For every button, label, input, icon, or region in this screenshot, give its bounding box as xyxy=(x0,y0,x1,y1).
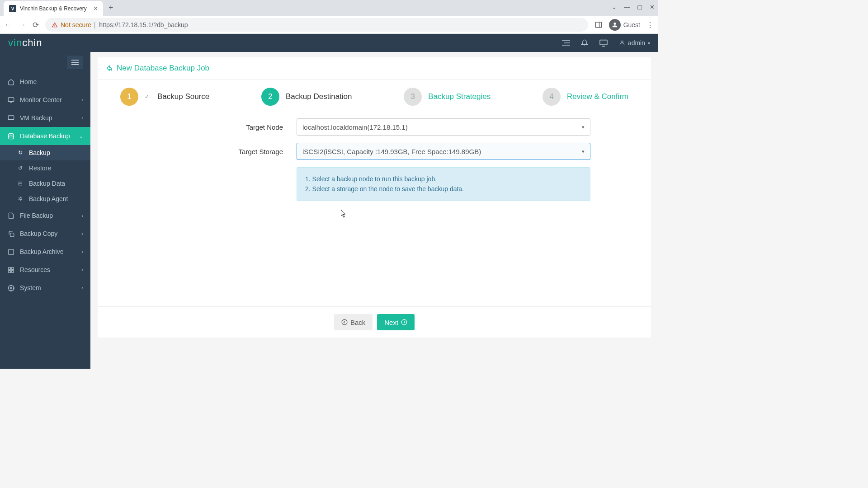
sidebar-sub-backup-agent[interactable]: ✲ Backup Agent xyxy=(0,191,90,206)
target-node-label: Target Node xyxy=(206,123,297,131)
step-2[interactable]: 2 Backup Destination xyxy=(261,88,352,106)
file-icon xyxy=(7,212,14,219)
sidebar: Home Monitor Center ‹ VM Backup ‹ Databa… xyxy=(0,52,90,369)
form-area: Target Node localhost.localdomain(172.18… xyxy=(98,118,618,201)
monitor-icon[interactable] xyxy=(599,39,608,47)
sidebar-item-home[interactable]: Home xyxy=(0,73,90,91)
target-storage-row: Target Storage iSCSI2(iSCSI, Capacity :1… xyxy=(206,143,590,160)
chevron-left-icon: ‹ xyxy=(81,267,83,272)
target-storage-select[interactable]: iSCSI2(iSCSI, Capacity :149.93GB, Free S… xyxy=(297,143,590,160)
user-menu[interactable]: admin ▾ xyxy=(619,39,650,47)
svg-rect-8 xyxy=(71,60,79,61)
step-4-label: Review & Confirm xyxy=(567,92,628,101)
svg-point-22 xyxy=(342,319,347,325)
chevron-down-icon: ▾ xyxy=(648,41,650,46)
chevron-left-icon: ‹ xyxy=(81,231,83,236)
home-icon xyxy=(7,79,14,85)
maximize-icon[interactable]: ▢ xyxy=(637,4,642,10)
browser-chrome: V Vinchin Backup & Recovery × + ⌄ — ▢ ✕ … xyxy=(0,0,658,34)
step-4[interactable]: 4 Review & Confirm xyxy=(542,88,628,106)
sidebar-item-database-backup[interactable]: Database Backup ⌄ xyxy=(0,127,90,145)
arrow-left-circle-icon xyxy=(341,319,348,325)
content: New Database Backup Job 1 ✓ Backup Sourc… xyxy=(90,52,658,369)
svg-point-7 xyxy=(621,41,623,43)
monitor-icon xyxy=(7,97,14,103)
bell-icon[interactable] xyxy=(581,39,588,47)
back-button[interactable]: Back xyxy=(334,314,373,330)
svg-point-14 xyxy=(8,133,13,135)
close-tab-icon[interactable]: × xyxy=(94,5,98,13)
svg-rect-13 xyxy=(8,115,14,119)
svg-rect-19 xyxy=(8,270,10,272)
forward-nav-icon[interactable]: → xyxy=(19,20,26,29)
kebab-menu-icon[interactable]: ⋮ xyxy=(646,21,654,29)
panel-toggle-icon[interactable] xyxy=(562,40,570,46)
step-4-number: 4 xyxy=(542,88,561,106)
sidebar-item-file-backup[interactable]: File Backup ‹ xyxy=(0,206,90,225)
step-1-number: 1 xyxy=(120,88,138,106)
chevron-left-icon: ‹ xyxy=(81,115,83,121)
panel-footer: Back Next xyxy=(98,306,651,338)
panel-icon[interactable] xyxy=(594,21,603,29)
svg-rect-16 xyxy=(8,249,13,254)
minimize-icon[interactable]: — xyxy=(624,4,630,10)
sidebar-sub-restore[interactable]: ↺ Restore xyxy=(0,160,90,176)
user-icon xyxy=(619,40,625,46)
sidebar-item-resources[interactable]: Resources ‹ xyxy=(0,261,90,279)
chevron-left-icon: ‹ xyxy=(81,285,83,291)
sidebar-sub-backup[interactable]: ↻ Backup xyxy=(0,145,90,160)
step-1-label: Backup Source xyxy=(157,92,209,101)
backup-icon: ↻ xyxy=(18,150,24,156)
back-nav-icon[interactable]: ← xyxy=(5,20,12,29)
agent-icon: ✲ xyxy=(18,196,24,202)
sidebar-item-backup-copy[interactable]: Backup Copy ‹ xyxy=(0,225,90,243)
address-bar: ← → ⟳ Not secure | https://172.18.15.1/?… xyxy=(0,16,658,33)
reload-icon[interactable]: ⟳ xyxy=(33,20,39,30)
sidebar-sub-backup-data[interactable]: ⊟ Backup Data xyxy=(0,176,90,191)
caret-down-icon[interactable]: ⌄ xyxy=(612,4,617,10)
svg-rect-20 xyxy=(11,270,13,272)
addr-right: Guest ⋮ xyxy=(594,19,654,31)
info-line-1: 1. Select a backup node to run this back… xyxy=(305,174,582,184)
new-tab-button[interactable]: + xyxy=(103,0,119,16)
wizard-steps: 1 ✓ Backup Source 2 Backup Destination 3… xyxy=(98,80,651,118)
arrow-right-circle-icon xyxy=(401,319,407,325)
close-window-icon[interactable]: ✕ xyxy=(650,4,655,10)
guest-avatar-icon xyxy=(609,19,621,31)
chevron-down-icon: ▾ xyxy=(582,124,585,130)
page-title: New Database Backup Job xyxy=(106,64,643,73)
target-node-select[interactable]: localhost.localdomain(172.18.15.1) ▾ xyxy=(297,118,590,136)
svg-rect-11 xyxy=(8,97,14,101)
logo[interactable]: vinchin xyxy=(8,37,42,49)
chevron-left-icon: ‹ xyxy=(81,213,83,218)
target-node-row: Target Node localhost.localdomain(172.18… xyxy=(206,118,590,136)
not-secure-badge[interactable]: Not secure | xyxy=(52,21,95,28)
grid-icon xyxy=(7,267,14,273)
step-2-label: Backup Destination xyxy=(286,92,352,101)
panel: New Database Backup Job 1 ✓ Backup Sourc… xyxy=(98,57,651,338)
sidebar-item-vm-backup[interactable]: VM Backup ‹ xyxy=(0,109,90,127)
url-field[interactable]: Not secure | https://172.18.15.1/?db_bac… xyxy=(45,18,588,32)
hamburger-button[interactable] xyxy=(67,56,83,69)
next-button[interactable]: Next xyxy=(377,314,415,330)
sidebar-item-system[interactable]: System ‹ xyxy=(0,279,90,297)
chevron-down-icon: ⌄ xyxy=(79,133,83,139)
copy-icon xyxy=(7,230,14,237)
sidebar-item-monitor[interactable]: Monitor Center ‹ xyxy=(0,91,90,109)
step-1[interactable]: 1 ✓ Backup Source xyxy=(120,88,209,106)
step-3-label: Backup Strategies xyxy=(428,92,491,101)
share-icon xyxy=(106,65,113,72)
tab-title: Vinchin Backup & Recovery xyxy=(20,5,90,12)
guest-profile[interactable]: Guest xyxy=(609,19,640,31)
chevron-left-icon: ‹ xyxy=(81,249,83,254)
sidebar-item-backup-archive[interactable]: Backup Archive ‹ xyxy=(0,243,90,261)
browser-tab[interactable]: V Vinchin Backup & Recovery × xyxy=(4,1,103,16)
chevron-left-icon: ‹ xyxy=(81,97,83,103)
svg-rect-18 xyxy=(11,267,13,269)
url-text: https://172.18.15.1/?db_backup xyxy=(99,21,188,28)
gear-icon xyxy=(7,285,14,291)
server-icon xyxy=(7,115,14,122)
data-icon: ⊟ xyxy=(18,180,24,187)
step-3[interactable]: 3 Backup Strategies xyxy=(404,88,491,106)
sidebar-toggle-row xyxy=(0,52,90,73)
